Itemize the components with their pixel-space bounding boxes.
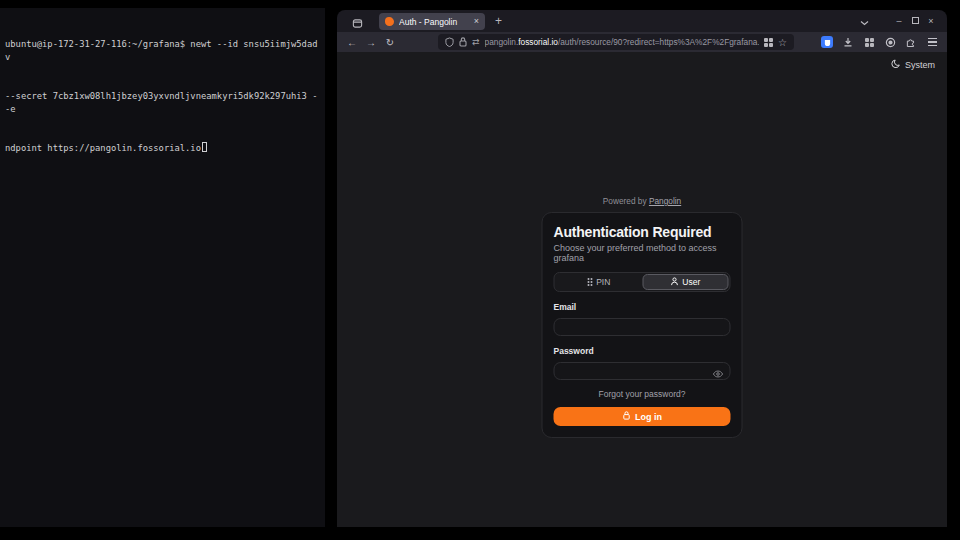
pangolin-favicon-icon bbox=[385, 17, 394, 26]
bookmark-star-icon[interactable]: ☆ bbox=[778, 37, 787, 48]
terminal-line: ndpoint https://pangolin.fossorial.io bbox=[5, 142, 320, 155]
list-tabs-chevron-icon[interactable] bbox=[860, 12, 869, 30]
new-tab-button[interactable]: + bbox=[495, 13, 502, 29]
password-field[interactable] bbox=[554, 362, 731, 380]
powered-by: Powered by Pangolin bbox=[542, 196, 743, 206]
extensions-puzzle-icon[interactable] bbox=[904, 35, 918, 49]
permissions-swap-icon[interactable]: ⇄ bbox=[472, 37, 480, 47]
browser-tab[interactable]: Auth - Pangolin × bbox=[379, 13, 485, 30]
tab-close-icon[interactable]: × bbox=[474, 17, 479, 26]
user-icon bbox=[670, 277, 678, 288]
window-controls: – × bbox=[860, 10, 939, 32]
maximize-button[interactable] bbox=[907, 16, 923, 26]
firefox-view-icon[interactable] bbox=[352, 15, 363, 33]
auth-card: Authentication Required Choose your pref… bbox=[542, 212, 743, 438]
keypad-icon bbox=[587, 278, 592, 286]
menu-hamburger-icon[interactable] bbox=[925, 35, 939, 49]
login-button[interactable]: Log in bbox=[554, 407, 731, 426]
page-content: System Powered by Pangolin Authenticatio… bbox=[337, 52, 947, 527]
terminal-cursor bbox=[202, 142, 207, 152]
navigation-toolbar: ← → ↻ ⇄ pangolin.fossorial.io/auth/resou… bbox=[337, 32, 947, 52]
password-label: Password bbox=[554, 346, 731, 356]
pangolin-link[interactable]: Pangolin bbox=[649, 196, 681, 206]
tab-pin[interactable]: PIN bbox=[556, 274, 643, 290]
card-title: Authentication Required bbox=[554, 224, 731, 240]
reload-button[interactable]: ↻ bbox=[383, 37, 397, 48]
url-bar[interactable]: ⇄ pangolin.fossorial.io/auth/resource/90… bbox=[438, 34, 794, 50]
toolbar-extension-icons bbox=[820, 35, 939, 49]
downloads-icon[interactable] bbox=[841, 35, 855, 49]
minimize-button[interactable]: – bbox=[891, 16, 907, 26]
theme-toggle[interactable]: System bbox=[891, 59, 935, 71]
forward-button[interactable]: → bbox=[364, 37, 378, 48]
lock-icon[interactable] bbox=[459, 37, 467, 47]
show-password-eye-icon[interactable] bbox=[713, 364, 724, 382]
login-lock-icon bbox=[622, 411, 630, 422]
terminal-window[interactable]: ubuntu@ip-172-31-27-116:~/grafana$ newt … bbox=[0, 8, 325, 527]
card-subtitle: Choose your preferred method to access g… bbox=[554, 243, 731, 263]
shield-icon[interactable] bbox=[445, 37, 454, 47]
containers-grid-icon[interactable] bbox=[764, 38, 773, 47]
extension-icon-blue[interactable] bbox=[820, 35, 834, 49]
apps-grid-icon[interactable] bbox=[862, 35, 876, 49]
tab-bar: Auth - Pangolin × + – × bbox=[337, 10, 947, 32]
email-field[interactable] bbox=[554, 318, 731, 336]
forgot-password-link[interactable]: Forgot your password? bbox=[554, 389, 731, 399]
tab-user[interactable]: User bbox=[642, 274, 729, 290]
terminal-line: ubuntu@ip-172-31-27-116:~/grafana$ newt … bbox=[5, 38, 320, 64]
tab-title: Auth - Pangolin bbox=[399, 17, 469, 27]
close-window-button[interactable]: × bbox=[923, 16, 939, 26]
back-button[interactable]: ← bbox=[345, 37, 359, 48]
browser-window: Auth - Pangolin × + – × ← → ↻ bbox=[337, 10, 947, 527]
terminal-line: --secret 7cbz1xw08lh1jbzey03yxvndljvneam… bbox=[5, 90, 320, 116]
theme-toggle-label: System bbox=[905, 60, 935, 70]
circle-extension-icon[interactable] bbox=[883, 35, 897, 49]
url-text: pangolin.fossorial.io/auth/resource/90?r… bbox=[485, 37, 759, 47]
email-label: Email bbox=[554, 302, 731, 312]
moon-icon bbox=[891, 59, 901, 71]
method-tabs: PIN User bbox=[554, 272, 731, 292]
